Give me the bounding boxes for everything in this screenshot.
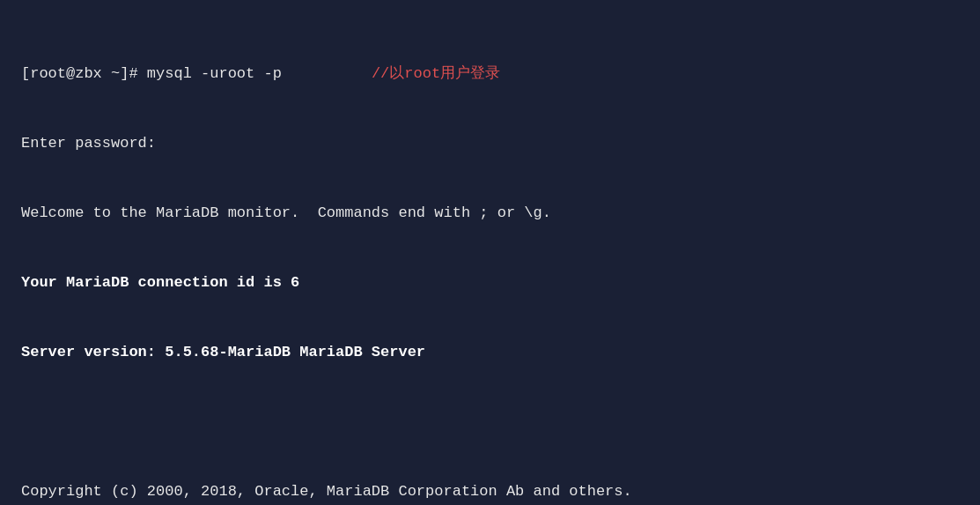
line-4: Your MariaDB connection id is 6 [21,271,959,294]
line-empty-1 [21,411,959,434]
line-1-comment: //以root用户登录 [282,65,500,82]
line-1-cmd: [root@zbx ~]# mysql -uroot -p [21,65,282,82]
line-4-text: Your MariaDB connection id is 6 [21,274,299,291]
line-3: Welcome to the MariaDB monitor. Commands… [21,202,959,225]
line-5-text: Server version: 5.5.68-MariaDB MariaDB S… [21,344,425,360]
terminal-window: [root@zbx ~]# mysql -uroot -p //以root用户登… [21,16,959,505]
line-6-text: Copyright (c) 2000, 2018, Oracle, MariaD… [21,483,632,500]
line-5: Server version: 5.5.68-MariaDB MariaDB S… [21,341,959,364]
line-6: Copyright (c) 2000, 2018, Oracle, MariaD… [21,480,959,503]
line-3-text: Welcome to the MariaDB monitor. Commands… [21,204,551,221]
line-2: Enter password: [21,132,959,155]
line-1: [root@zbx ~]# mysql -uroot -p //以root用户登… [21,63,959,85]
line-2-text: Enter password: [21,135,156,152]
